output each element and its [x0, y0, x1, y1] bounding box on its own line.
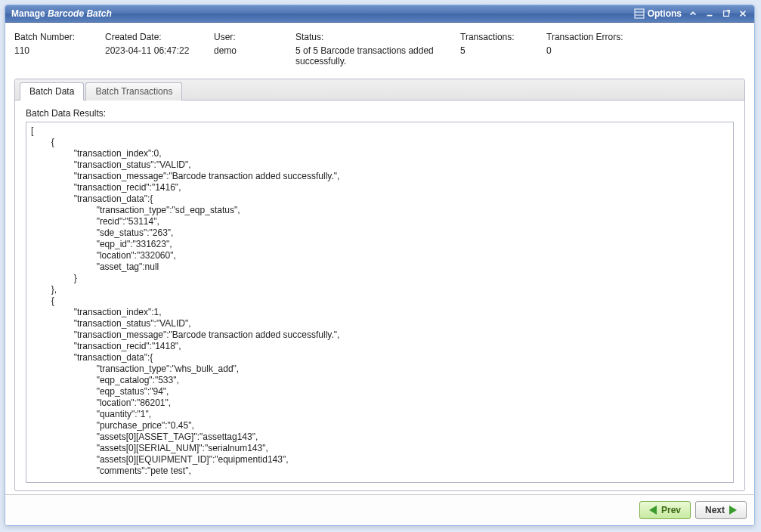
options-menu[interactable]: Options: [634, 8, 682, 19]
title-bar: Manage Barcode Batch Options: [5, 5, 754, 23]
title-emph: Barcode Batch: [48, 8, 112, 19]
footer: Prev Next: [5, 494, 754, 525]
prev-button[interactable]: Prev: [639, 501, 691, 519]
status-label: Status:: [295, 32, 445, 42]
collapse-button[interactable]: [688, 8, 698, 19]
title-text: Manage: [11, 8, 45, 19]
next-label: Next: [705, 505, 725, 515]
info-row: Batch Number: 110 Created Date: 2023-04-…: [14, 30, 745, 79]
user-value: demo: [214, 42, 280, 56]
transactions-label: Transactions:: [460, 32, 531, 42]
close-button[interactable]: [738, 8, 748, 19]
created-date-value: 2023-04-11 06:47:22: [105, 42, 199, 56]
errors-value: 0: [546, 42, 652, 56]
minimize-button[interactable]: [704, 8, 715, 19]
maximize-button[interactable]: [721, 8, 732, 19]
options-label: Options: [648, 8, 682, 19]
created-date-label: Created Date:: [105, 32, 199, 42]
tab-batch-transactions[interactable]: Batch Transactions: [85, 82, 182, 101]
svg-rect-4: [724, 11, 729, 17]
arrow-left-icon: [649, 506, 657, 515]
results-label: Batch Data Results:: [26, 108, 734, 119]
tab-panel: Batch Data Batch Transactions Batch Data…: [14, 79, 745, 491]
errors-label: Transaction Errors:: [546, 32, 652, 42]
arrow-right-icon: [729, 506, 737, 515]
transactions-value: 5: [460, 42, 531, 56]
tab-batch-data[interactable]: Batch Data: [20, 82, 84, 101]
status-value: 5 of 5 Barcode transactions added succes…: [295, 42, 445, 66]
next-button[interactable]: Next: [695, 501, 747, 519]
svg-rect-0: [635, 9, 644, 18]
batch-number-label: Batch Number:: [14, 32, 90, 42]
tab-strip: Batch Data Batch Transactions: [15, 79, 744, 101]
batch-number-value: 110: [14, 42, 90, 56]
options-icon: [634, 8, 645, 19]
window-title: Manage Barcode Batch: [11, 8, 112, 19]
user-label: User:: [214, 32, 280, 42]
window-frame: Manage Barcode Batch Options: [5, 5, 755, 526]
results-textarea[interactable]: [26, 122, 734, 483]
prev-label: Prev: [661, 505, 681, 515]
